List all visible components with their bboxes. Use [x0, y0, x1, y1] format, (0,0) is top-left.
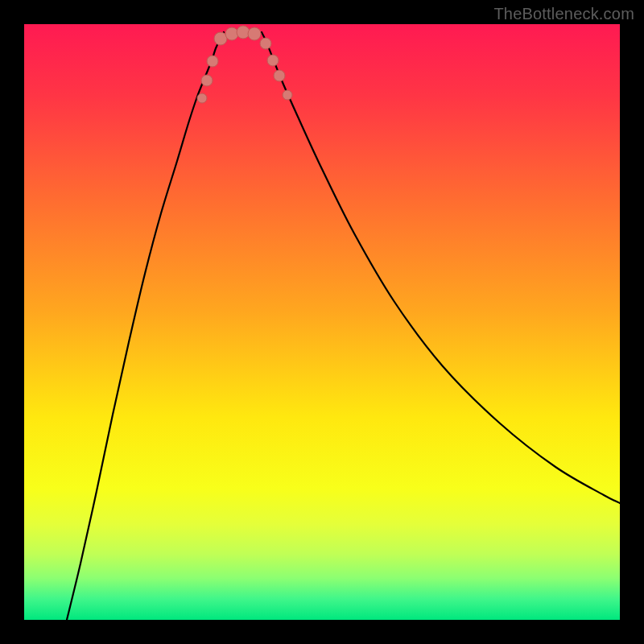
data-marker: [260, 38, 271, 49]
data-marker: [201, 75, 213, 86]
data-marker: [225, 27, 238, 40]
data-marker: [237, 26, 250, 39]
right-curve: [262, 32, 620, 503]
data-marker: [197, 93, 207, 103]
left-curve: [67, 32, 224, 620]
plot-area: [24, 24, 620, 620]
data-marker: [283, 90, 292, 100]
watermark-text: TheBottleneck.com: [493, 5, 634, 23]
data-markers: [197, 26, 292, 103]
data-marker: [274, 70, 285, 81]
data-marker: [207, 56, 218, 67]
outer-frame: TheBottleneck.com: [0, 0, 644, 644]
data-marker: [248, 27, 261, 40]
data-marker: [267, 55, 279, 66]
chart-canvas: [24, 24, 620, 620]
